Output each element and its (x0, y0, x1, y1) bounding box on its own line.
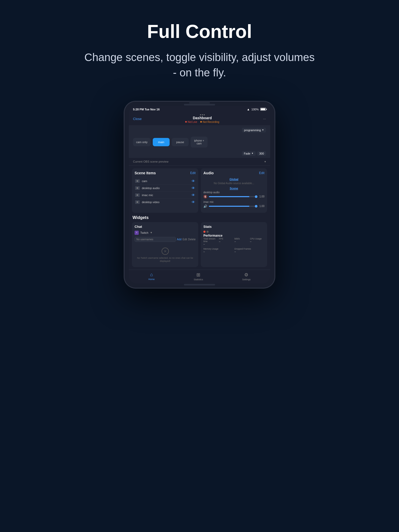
stats-grid-2: Memory Usage – Dropped Frames – (203, 248, 264, 253)
battery-percent: 100% (251, 108, 259, 111)
fade-dropdown[interactable]: Fade (242, 151, 256, 156)
visibility-toggle-desktop-video[interactable]: 👁 (191, 200, 195, 204)
page-subtitle: Change scenes, toggle visibility, adjust… (83, 50, 316, 81)
page-title: Full Control (147, 21, 252, 42)
stats-cell-total-stream-time: Total stream time – (203, 237, 218, 245)
audio-panel-header: Audio Edit (203, 171, 264, 175)
widgets-row: Chat T Twitch ▼ No usernames Add Edit De… (132, 222, 267, 267)
chat-source-row: T Twitch ▼ (135, 231, 196, 235)
scene-item-cam: ▣ cam 👁 (135, 178, 196, 185)
app-header: Close Dashboard Not Live Not Recording (129, 113, 270, 126)
audio-source-imac: imac mic 🔊 1.00 (203, 201, 264, 208)
scene-btn-main[interactable]: main (153, 138, 170, 146)
stats-cell-memory: Memory Usage – (203, 248, 234, 253)
nav-statistics-label: Statistics (194, 278, 203, 281)
stats-dot-gray (207, 231, 209, 233)
chat-empty-icon: ✕ (162, 248, 169, 255)
scene-buttons-area: cam only main pause iphone + cam (129, 135, 270, 150)
panels-row: Scene Items Edit ▣ cam 👁 ▣ desktop a (132, 168, 267, 213)
header-center: Dashboard Not Live Not Recording (185, 114, 219, 123)
chat-source-dropdown[interactable]: ▼ (150, 231, 152, 234)
stats-cell-dropped: Dropped Frames – (235, 248, 265, 253)
scene-item-desktop-audio: ▣ desktop audio 👁 (135, 185, 196, 192)
delete-username-button[interactable]: Delete (188, 238, 196, 241)
scene-btn-iphone-cam[interactable]: iphone + cam (191, 137, 208, 148)
transition-value: 300 (257, 151, 266, 156)
header-dots (200, 114, 205, 115)
audio-edit-button[interactable]: Edit (259, 171, 264, 175)
audio-panel: Audio Edit Global No Global Audio source… (201, 168, 267, 213)
audio-slider-row: 🔇 1.00 (203, 195, 264, 198)
scene-item-icon: ▣ (135, 179, 140, 183)
scene-item-icon: ▣ (135, 193, 140, 197)
nav-home-label: Home (148, 278, 155, 281)
audio-source-name: desktop audio (203, 191, 264, 194)
status-icons: ▲ 100% (247, 108, 266, 111)
ipad-screen: 5:28 PM Tue Nov 16 ▲ 100% Close Dashboar… (129, 106, 270, 283)
edit-username-button[interactable]: Edit (183, 238, 187, 241)
chat-empty-area: ✕ No Twitch username selected, so no one… (135, 244, 196, 264)
stats-widget: Stats Performance Total stream time – FP… (201, 222, 267, 267)
stats-title: Stats (203, 225, 264, 229)
settings-icon: ⚙ (244, 272, 248, 278)
chat-empty-text: No Twitch username selected, so no ones … (135, 256, 196, 263)
stats-header-row (203, 231, 264, 233)
scene-items-title: Scene Items (135, 171, 156, 175)
wifi-icon: ▲ (247, 108, 250, 111)
stats-grid: Total stream time – FPS – kBit/s – CPU (203, 237, 264, 245)
ipad-frame: 5:28 PM Tue Nov 16 ▲ 100% Close Dashboar… (124, 101, 275, 288)
nav-settings[interactable]: ⚙ Settings (242, 272, 251, 281)
volume-slider-imac[interactable] (209, 206, 257, 207)
nav-statistics[interactable]: ⊞ Statistics (194, 272, 203, 281)
mute-icon[interactable]: 🔇 (203, 195, 207, 198)
scene-btn-pause[interactable]: pause (172, 138, 189, 146)
recording-status: Not Recording (200, 121, 219, 123)
status-bar: 5:28 PM Tue Nov 16 ▲ 100% (129, 106, 270, 113)
bottom-nav: ⌂ Home ⊞ Statistics ⚙ Settings (129, 270, 270, 283)
live-status: Not Live (185, 121, 197, 123)
home-icon: ⌂ (150, 272, 153, 277)
stats-cell-kbits: kBit/s – (235, 237, 249, 245)
scene-item-name: cam (142, 179, 147, 183)
visibility-toggle-cam[interactable]: 👁 (191, 179, 195, 183)
scene-item-desktop-video: ▣ desktop video 👁 (135, 199, 196, 205)
obs-preview-label: Current OBS scene preview (133, 160, 168, 163)
dashboard-title: Dashboard (193, 116, 212, 120)
scene-items-edit-button[interactable]: Edit (190, 171, 196, 175)
battery-icon (260, 108, 266, 111)
chevron-down-icon: ▾ (264, 160, 266, 163)
nav-home[interactable]: ⌂ Home (148, 272, 155, 281)
scene-item-name: desktop video (142, 201, 159, 204)
audio-panel-title: Audio (203, 171, 214, 175)
more-button[interactable]: ··· (263, 117, 266, 121)
widgets-title: Widgets (132, 215, 267, 220)
volume-value-desktop: 1.00 (258, 195, 264, 198)
status-time: 5:28 PM Tue Nov 16 (133, 108, 160, 111)
audio-slider-row: 🔊 1.00 (203, 204, 264, 208)
scene-item-icon: ▣ (135, 186, 140, 190)
chat-widget: Chat T Twitch ▼ No usernames Add Edit De… (132, 222, 198, 267)
volume-value-imac: 1.00 (258, 205, 264, 208)
chat-title: Chat (135, 225, 196, 229)
scene-selector-bar: programming (129, 126, 270, 135)
audio-scene-label: Scene (203, 187, 264, 190)
scene-item-imac-mic: ▣ imac mic 👁 (135, 192, 196, 199)
statistics-icon: ⊞ (196, 272, 200, 278)
nav-settings-label: Settings (242, 278, 251, 281)
visibility-toggle-imac-mic[interactable]: 👁 (191, 193, 195, 197)
transition-bar: Fade 300 (129, 150, 270, 158)
scene-dropdown[interactable]: programming (242, 128, 266, 132)
visibility-toggle-desktop-audio[interactable]: 👁 (191, 186, 195, 190)
volume-slider-desktop[interactable] (209, 196, 257, 197)
obs-preview-bar[interactable]: Current OBS scene preview ▾ (129, 158, 270, 166)
close-button[interactable]: Close (133, 117, 142, 121)
twitch-icon: T (135, 231, 139, 235)
add-username-button[interactable]: Add (177, 238, 182, 241)
scene-btn-cam-only[interactable]: cam only (133, 138, 151, 146)
audio-source-desktop: desktop audio 🔇 1.00 (203, 191, 264, 198)
username-input[interactable]: No usernames (135, 237, 176, 242)
volume-icon[interactable]: 🔊 (203, 204, 207, 208)
stats-cell-fps: FPS – (219, 237, 234, 245)
stats-perf-title: Performance (203, 234, 264, 237)
scene-item-name: imac mic (142, 194, 153, 197)
